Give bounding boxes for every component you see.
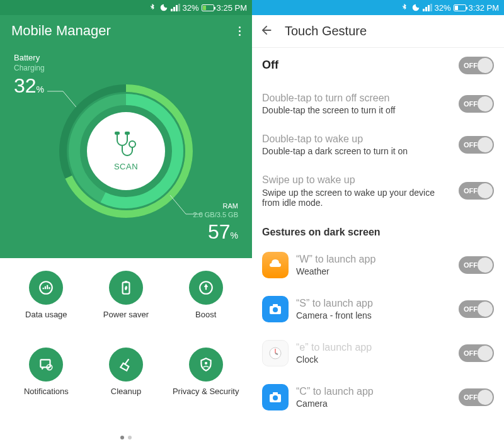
ram-widget: RAM 2.0 GB/3.5 GB 57% [193,201,238,246]
master-label: Off [262,59,451,72]
settings-header: Touch Gesture [252,15,504,48]
grid-label: Boost [195,310,216,320]
page-dot[interactable] [120,436,124,439]
grid-label: Data usage [25,310,67,320]
svg-rect-11 [41,359,50,367]
toggle-switch[interactable]: OFF [459,256,494,274]
master-toggle-row[interactable]: Off OFF [252,48,504,83]
setting-sub: Double-tap the screen to turn it off [262,105,451,115]
notification-block-icon [38,356,54,373]
mobile-manager-screen: 32% 3:25 PM Mobile Manager Battery Charg… [0,0,252,447]
moon-icon [411,3,420,12]
svg-rect-20 [273,392,278,395]
boost-button[interactable]: Boost [166,271,246,348]
svg-point-15 [273,307,278,312]
grid-label: Notifications [24,387,69,397]
gesture-label: “W” to launch app [296,253,451,265]
setting-label: Swipe up to wake up [262,174,451,186]
stethoscope-icon [111,132,141,158]
overflow-menu-button[interactable] [239,26,241,36]
gesture-sub: Clock [296,354,451,365]
grid-label: Power saver [103,310,149,320]
grid-label: Privacy & Security [173,387,239,397]
toggle-switch[interactable]: OFF [459,136,494,154]
ram-label: RAM [193,201,238,210]
status-time: 3:25 PM [217,3,247,13]
feature-grid: Data usage Power saver Boost Notificatio… [0,258,252,431]
moon-icon [159,3,168,12]
scan-label: SCAN [114,162,138,171]
shield-user-icon [198,356,214,373]
status-bar-left: 32% 3:25 PM [0,0,252,15]
setting-swipe-wake[interactable]: Swipe up to wake up Swipe up the screen … [252,165,504,216]
gesture-e-row[interactable]: “e” to launch app Clock OFF [252,331,504,375]
data-usage-button[interactable]: Data usage [6,271,86,348]
toggle-switch[interactable]: OFF [459,344,494,362]
gesture-label: “e” to launch app [296,341,451,353]
clock-app-icon [262,340,289,366]
toggle-switch[interactable]: OFF [459,57,494,74]
svg-rect-16 [273,304,278,307]
gesture-c-row[interactable]: “C” to launch app Camera OFF [252,375,504,419]
toggle-switch[interactable]: OFF [459,388,494,406]
svg-point-4 [129,141,135,147]
arrow-left-icon [260,23,273,37]
ram-unit: % [231,230,238,240]
scan-button[interactable]: SCAN [87,112,165,190]
page-indicator [0,431,252,447]
gesture-s-row[interactable]: “S” to launch app Camera - front lens OF… [252,287,504,331]
notifications-button[interactable]: Notifications [6,348,86,424]
camera-app-icon [262,384,289,410]
toggle-switch[interactable]: OFF [459,95,494,113]
app-title: Mobile Manager [11,23,111,39]
battery-value: 32 [14,74,37,97]
battery-icon [454,4,466,11]
page-dot[interactable] [128,436,132,439]
section-header: Gestures on dark screen [252,217,504,243]
gesture-w-row[interactable]: “W” to launch app Weather OFF [252,243,504,287]
signal-icon [423,4,432,11]
battery-unit: % [37,84,44,94]
gesture-label: “S” to launch app [296,297,451,309]
gesture-sub: Camera - front lens [296,310,451,320]
grid-label: Cleanup [111,387,141,397]
battery-icon [202,4,214,11]
settings-list: Off OFF Double-tap to turn off screen Do… [252,48,504,447]
gesture-sub: Weather [296,266,451,276]
rocket-icon [198,280,214,296]
broom-icon [118,356,134,373]
toggle-switch[interactable]: OFF [459,182,494,200]
setting-label: Double-tap to wake up [262,133,451,145]
battery-widget: Battery Charging 32% [14,53,45,99]
cleanup-button[interactable]: Cleanup [86,348,166,424]
ram-value: 57 [208,220,231,243]
svg-rect-9 [125,281,127,282]
battery-leaf-icon [118,280,134,296]
bluetooth-icon [148,3,157,12]
signal-icon [171,4,180,11]
svg-point-13 [204,362,207,365]
chart-icon [38,280,54,296]
status-hero: Battery Charging 32% SCAN [0,44,252,258]
page-title: Touch Gesture [285,24,367,38]
weather-app-icon [262,252,289,278]
battery-status: Charging [14,64,45,74]
setting-double-tap-off[interactable]: Double-tap to turn off screen Double-tap… [252,83,504,124]
power-saver-button[interactable]: Power saver [86,271,166,348]
svg-rect-5 [115,132,120,135]
camera-app-icon [262,296,289,322]
setting-sub: Double-tap a dark screen to turn it on [262,146,451,156]
status-battery-pct: 32% [435,3,451,13]
setting-sub: Swipe up the screen to wake up your devi… [262,188,451,208]
setting-label: Double-tap to turn off screen [262,92,451,104]
status-bar-right: 32% 3:32 PM [252,0,504,15]
gesture-label: “C” to launch app [296,385,451,397]
touch-gesture-screen: 32% 3:32 PM Touch Gesture Off OFF Double… [252,0,504,447]
app-header: Mobile Manager [0,15,252,44]
ram-detail: 2.0 GB/3.5 GB [193,210,238,219]
back-button[interactable] [260,23,273,40]
toggle-switch[interactable]: OFF [459,300,494,318]
bluetooth-icon [400,3,409,12]
setting-double-tap-wake[interactable]: Double-tap to wake up Double-tap a dark … [252,124,504,165]
privacy-security-button[interactable]: Privacy & Security [166,348,246,424]
